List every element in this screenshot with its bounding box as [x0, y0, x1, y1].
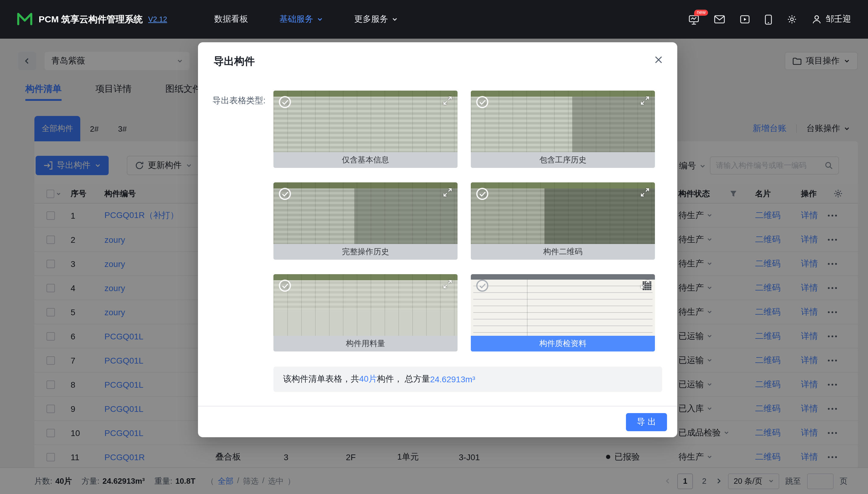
expand-icon[interactable]	[640, 280, 650, 289]
export-type-label: 导出表格类型:	[213, 95, 265, 106]
expand-icon[interactable]	[443, 96, 452, 105]
spreadsheet-thumbnail	[273, 183, 457, 244]
app-title: PCM 筑享云构件管理系统	[39, 14, 143, 25]
option-label: 包含工序历史	[471, 152, 655, 168]
option-label: 构件用料量	[273, 336, 457, 352]
check-circle-icon	[476, 188, 488, 200]
export-option-qr-code[interactable]: 构件二维码	[471, 183, 655, 260]
summary-count: 40片	[359, 374, 377, 385]
summary-volume: 24.62913m³	[430, 375, 475, 384]
check-circle-icon	[279, 280, 291, 292]
mobile-icon[interactable]	[765, 14, 772, 24]
chevron-down-icon	[392, 16, 398, 22]
new-badge: new	[694, 10, 708, 16]
video-icon[interactable]	[740, 15, 750, 24]
top-navbar: PCM 筑享云构件管理系统 V2.12 数据看板 基础服务 更多服务 new	[0, 0, 868, 39]
option-label: 仅含基本信息	[273, 152, 457, 168]
modal-footer: 导 出	[198, 406, 677, 437]
user-icon	[812, 15, 822, 24]
export-option-full-history[interactable]: 完整操作历史	[273, 183, 457, 260]
username: 邹壬迎	[826, 14, 851, 25]
app-logo-icon	[17, 12, 33, 27]
spreadsheet-thumbnail	[471, 183, 655, 244]
check-circle-icon	[279, 96, 291, 108]
expand-icon[interactable]	[640, 96, 650, 105]
close-icon[interactable]	[654, 56, 663, 64]
chevron-down-icon	[317, 16, 323, 22]
nav-label: 基础服务	[279, 14, 313, 25]
spreadsheet-thumbnail	[273, 91, 457, 152]
export-option-basic-info[interactable]: 仅含基本信息	[273, 91, 457, 168]
check-circle-icon	[476, 280, 488, 292]
nav-label: 数据看板	[214, 14, 248, 25]
document-thumbnail	[471, 274, 655, 336]
nav-item-dashboard[interactable]: 数据看板	[214, 14, 248, 25]
expand-icon[interactable]	[443, 188, 452, 197]
modal-title: 导出构件	[214, 54, 255, 68]
export-option-material-usage[interactable]: 构件用料量	[273, 274, 457, 352]
option-label: 完整操作历史	[273, 244, 457, 260]
navbar-actions: new 邹壬迎	[689, 14, 851, 25]
export-summary: 该构件清单表格，共 40片 构件， 总方量 24.62913m³	[273, 366, 662, 392]
gear-icon[interactable]	[787, 15, 797, 24]
export-option-grid: 仅含基本信息 包含工序历史 完整操作历史 构件二维码	[273, 91, 655, 352]
nav-item-basic-services[interactable]: 基础服务	[279, 14, 323, 25]
option-label: 构件质检资料	[471, 336, 655, 352]
spreadsheet-thumbnail	[273, 274, 457, 336]
export-confirm-button[interactable]: 导 出	[626, 413, 667, 431]
check-circle-icon	[476, 96, 488, 108]
option-label: 构件二维码	[471, 244, 655, 260]
export-option-quality-inspection[interactable]: 构件质检资料	[471, 274, 655, 352]
expand-icon[interactable]	[640, 188, 650, 197]
monitor-dashboard-icon[interactable]: new	[689, 14, 699, 24]
expand-icon[interactable]	[443, 280, 452, 289]
main-nav: 数据看板 基础服务 更多服务	[214, 14, 398, 25]
mail-icon[interactable]	[714, 15, 725, 23]
app-root: PCM 筑享云构件管理系统 V2.12 数据看板 基础服务 更多服务 new	[0, 0, 868, 494]
spreadsheet-thumbnail	[471, 91, 655, 152]
check-circle-icon	[279, 188, 291, 200]
user-menu[interactable]: 邹壬迎	[812, 14, 851, 25]
export-option-process-history[interactable]: 包含工序历史	[471, 91, 655, 168]
export-components-modal: 导出构件 导出表格类型: 仅含基本信息 包含工序历史 完整操	[198, 42, 677, 437]
version-link[interactable]: V2.12	[148, 15, 167, 23]
nav-item-more-services[interactable]: 更多服务	[354, 14, 398, 25]
nav-label: 更多服务	[354, 14, 388, 25]
